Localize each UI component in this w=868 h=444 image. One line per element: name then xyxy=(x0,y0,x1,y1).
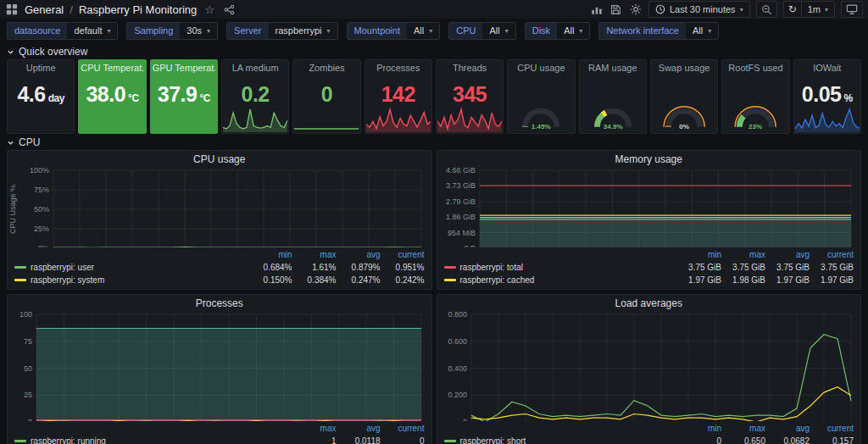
share-icon[interactable] xyxy=(222,3,236,16)
save-dashboard-icon[interactable] xyxy=(609,3,623,16)
panel-title[interactable]: IOWait xyxy=(796,63,859,73)
panel-title[interactable]: Processes xyxy=(367,63,430,73)
legend-column-current[interactable]: current xyxy=(810,424,854,433)
breadcrumb-folder[interactable]: General xyxy=(25,3,64,16)
legend-column-avg[interactable]: avg xyxy=(337,250,381,259)
legend-series-toggle[interactable]: raspberrypi: system xyxy=(14,275,248,285)
legend-column-max[interactable]: max xyxy=(292,250,337,259)
svg-text:4.66 GiB: 4.66 GiB xyxy=(445,166,475,175)
gauge: 23% xyxy=(729,75,782,130)
series-color-swatch xyxy=(444,279,456,281)
sparkline xyxy=(795,107,860,132)
legend-column-current[interactable]: current xyxy=(381,424,425,433)
tv-mode-button[interactable] xyxy=(841,1,863,18)
panel-title[interactable]: Uptime xyxy=(9,63,72,73)
svg-text:0.200: 0.200 xyxy=(448,391,467,399)
chevron-down-icon: ▾ xyxy=(825,6,828,14)
legend-series-toggle[interactable]: raspberrypi: running xyxy=(14,436,292,444)
chevron-down-icon: ▾ xyxy=(505,27,509,35)
sparkline-chart xyxy=(223,107,287,132)
panel-title[interactable]: Load averages xyxy=(437,295,861,309)
row-toggle-quick-overview[interactable]: Quick overview xyxy=(7,45,861,58)
gauge: 0% xyxy=(658,75,710,130)
legend-row: raspberrypi: cached1.97 GiB1.98 GiB1.97 … xyxy=(444,274,854,286)
legend-series-toggle[interactable]: raspberrypi: short xyxy=(444,436,678,444)
svg-text:100: 100 xyxy=(19,310,32,319)
svg-text:0 B: 0 B xyxy=(464,244,476,247)
dashboards-grid-icon[interactable] xyxy=(5,3,19,16)
variable-server: Serverraspberrypi▾ xyxy=(226,22,337,40)
legend-column-max[interactable]: max xyxy=(721,250,765,259)
timeseries-chart[interactable]: 100755025008:3608:3808:4008:4208:4408:46… xyxy=(8,309,431,421)
panel-title[interactable]: CPU usage xyxy=(509,63,572,73)
legend-value: 0.247% xyxy=(337,275,381,285)
panel-title[interactable]: CPU usage xyxy=(8,151,431,165)
stat-value-number: 0 xyxy=(321,81,332,105)
row-toggle-cpu[interactable]: CPU xyxy=(7,136,861,149)
legend-value: 1.97 GiB xyxy=(810,275,854,285)
panel-title[interactable]: LA medium xyxy=(224,63,287,73)
panel-title[interactable]: CPU Temperat... xyxy=(81,63,143,73)
chart-panel-cpu-usage: CPU usage100%75%50%25%0%08:3608:3808:400… xyxy=(7,150,432,290)
legend-column-min[interactable]: min xyxy=(248,250,292,259)
legend-column-min[interactable]: min xyxy=(677,250,721,259)
sparkline xyxy=(366,107,431,132)
legend-column-max[interactable]: max xyxy=(721,424,765,433)
legend-column-min[interactable]: min xyxy=(677,424,721,433)
gauge-chart: 1.45% xyxy=(515,75,567,130)
legend-column-avg[interactable]: avg xyxy=(337,424,381,433)
plot-area: 100755025008:3608:3808:4008:4208:4408:46… xyxy=(8,309,431,421)
variable-label: Disk xyxy=(526,23,557,39)
legend-series-toggle[interactable]: raspberrypi: user xyxy=(14,263,248,272)
stat-value: 345 xyxy=(437,81,503,106)
variable-value-dropdown[interactable]: All▾ xyxy=(686,23,718,39)
timeseries-chart[interactable]: 4.66 GiB3.73 GiB2.79 GiB1.86 GiB954 MiB0… xyxy=(437,165,861,247)
timeseries-chart[interactable]: 100%75%50%25%0%08:3608:3808:4008:4208:44… xyxy=(8,165,431,247)
variable-current-value: 30s xyxy=(186,25,202,36)
variable-value-dropdown[interactable]: All▾ xyxy=(482,23,515,39)
series-color-swatch xyxy=(444,266,456,269)
refresh-button[interactable]: ↻ xyxy=(783,1,802,18)
panel-title[interactable]: Memory usage xyxy=(437,151,861,165)
variable-value-dropdown[interactable]: All▾ xyxy=(407,23,439,39)
row-title-cpu: CPU xyxy=(19,136,40,148)
refresh-interval-dropdown[interactable]: 1m ▾ xyxy=(802,1,835,18)
legend: minmaxavgcurrentraspberrypi: short00.650… xyxy=(437,421,861,444)
panel-title[interactable]: RAM usage xyxy=(581,63,644,73)
svg-text:75%: 75% xyxy=(34,186,49,194)
panel-title[interactable]: Swap usage xyxy=(653,63,715,73)
variable-value-dropdown[interactable]: 30s▾ xyxy=(180,23,217,39)
variable-value-dropdown[interactable]: raspberrypi▾ xyxy=(269,23,337,39)
legend-column-current[interactable]: current xyxy=(381,250,425,259)
chart-panel-processes: Processes100755025008:3608:3808:4008:420… xyxy=(7,294,432,444)
panel-title[interactable]: GPU Temperat... xyxy=(153,63,215,73)
panel-title[interactable]: RootFS used xyxy=(724,63,787,73)
settings-gear-icon[interactable] xyxy=(629,3,643,16)
add-panel-icon[interactable] xyxy=(590,3,604,16)
stat-value: 38.0°C xyxy=(79,81,145,106)
stat-value-unit: °C xyxy=(128,92,138,103)
legend-column-avg[interactable]: avg xyxy=(765,250,810,259)
legend-column-avg[interactable]: avg xyxy=(765,424,810,433)
legend-column-current[interactable]: current xyxy=(810,250,854,259)
sparkline xyxy=(294,107,359,132)
legend-column-max[interactable]: max xyxy=(292,424,337,433)
legend-series-toggle[interactable]: raspberrypi: total xyxy=(444,263,678,272)
series-color-swatch xyxy=(444,440,456,442)
plot-area: 4.66 GiB3.73 GiB2.79 GiB1.86 GiB954 MiB0… xyxy=(437,165,861,247)
legend-row: raspberrypi: total3.75 GiB3.75 GiB3.75 G… xyxy=(444,261,854,274)
star-icon[interactable]: ☆ xyxy=(203,3,216,16)
panel-title[interactable]: Threads xyxy=(438,63,501,73)
variable-value-dropdown[interactable]: All▾ xyxy=(557,23,589,39)
zoom-out-button[interactable] xyxy=(756,1,777,18)
legend-series-toggle[interactable]: raspberrypi: cached xyxy=(444,275,678,285)
legend-series-name: raspberrypi: total xyxy=(460,263,523,272)
chart-panel-memory-usage: Memory usage4.66 GiB3.73 GiB2.79 GiB1.86… xyxy=(437,150,862,290)
panel-title[interactable]: Zombies xyxy=(295,63,358,73)
navbar: General / Raspberry Pi Monitoring ☆ Last… xyxy=(0,0,868,19)
variable-value-dropdown[interactable]: default▾ xyxy=(67,23,117,39)
panel-title[interactable]: Processes xyxy=(8,295,431,309)
variable-current-value: All xyxy=(564,25,574,36)
timeseries-chart[interactable]: 0.8000.6000.4000.200008:3608:3808:4008:4… xyxy=(437,309,861,421)
time-picker-button[interactable]: Last 30 minutes ▾ xyxy=(648,1,750,18)
